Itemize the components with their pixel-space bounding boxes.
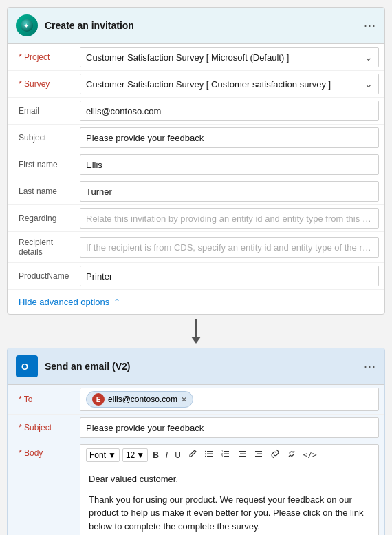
font-select-chevron-icon: ▼ [108, 450, 116, 460]
card1-title: Create an invitation [45, 20, 357, 31]
underline-button[interactable]: U [173, 449, 183, 461]
card1-body: * Project Customer Satisfaction Survey [… [8, 44, 384, 314]
subject-label: Subject [8, 127, 80, 148]
lastname-label: Last name [8, 181, 80, 202]
unlink-icon[interactable] [285, 448, 298, 462]
project-label: * Project [8, 47, 80, 67]
svg-rect-16 [239, 451, 246, 452]
regarding-label: Regarding [8, 208, 80, 229]
svg-text:✦: ✦ [23, 22, 29, 30]
card1-icon: ✦ [16, 14, 38, 36]
body-editor[interactable]: Font ▼ 12 ▼ B I U [80, 444, 379, 535]
project-dropdown[interactable]: Customer Satisfaction Survey [ Microsoft… [80, 47, 379, 67]
arrow-line [195, 319, 197, 337]
svg-rect-6 [207, 456, 213, 457]
subject-input[interactable]: Please provide your feedback [80, 127, 379, 148]
email-label: Email [8, 101, 80, 121]
down-arrow [191, 319, 201, 344]
chevron-up-icon: ⌃ [113, 297, 120, 307]
bold-button[interactable]: B [151, 449, 161, 461]
arrow-connector [7, 315, 385, 348]
link-icon[interactable] [268, 448, 282, 462]
font-size-value: 12 [126, 450, 135, 460]
italic-button[interactable]: I [164, 449, 170, 461]
recipient-label: Recipient details [8, 232, 80, 262]
pen-icon[interactable] [186, 448, 199, 462]
email-input[interactable]: ellis@contoso.com [80, 101, 379, 121]
survey-value: Customer Satisfaction Survey [ Customer … [86, 79, 331, 90]
regarding-value: Relate this invitation by providing an e… [86, 213, 373, 224]
email-subject-input[interactable]: Please provide your feedback [80, 417, 379, 438]
firstname-label: First name [8, 154, 80, 175]
project-value: Customer Satisfaction Survey [ Microsoft… [86, 52, 289, 63]
to-label: * To [8, 389, 80, 410]
to-tag: E ellis@contoso.com ✕ [86, 391, 193, 408]
svg-point-9 [205, 456, 206, 457]
survey-row: * Survey Customer Satisfaction Survey [ … [8, 71, 384, 98]
to-tag-email: ellis@contoso.com [108, 395, 177, 404]
productname-value: Printer [86, 271, 112, 282]
card1-header: ✦ Create an invitation ··· [8, 8, 384, 44]
lastname-row: Last name Turner [8, 178, 384, 205]
svg-rect-10 [224, 451, 229, 452]
to-field[interactable]: E ellis@contoso.com ✕ [80, 388, 379, 411]
code-icon[interactable]: </> [301, 449, 319, 461]
project-row: * Project Customer Satisfaction Survey [… [8, 44, 384, 71]
body-label: * Body [8, 441, 80, 463]
productname-label: ProductName [8, 266, 80, 286]
svg-rect-18 [239, 456, 246, 457]
productname-row: ProductName Printer [8, 263, 384, 290]
firstname-input[interactable]: Ellis [80, 154, 379, 175]
svg-rect-19 [255, 451, 262, 452]
send-email-card: O Send an email (V2) ··· * To E ellis@co… [7, 348, 385, 535]
svg-rect-17 [240, 454, 246, 455]
svg-rect-4 [207, 451, 213, 452]
lastname-input[interactable]: Turner [80, 181, 379, 202]
email-value: ellis@contoso.com [86, 106, 161, 116]
list-ol-icon[interactable]: 1 2 3 [219, 448, 232, 462]
hide-advanced-label: Hide advanced options [19, 297, 109, 307]
body-para2: Thank you for using our product. We requ… [89, 493, 370, 534]
project-chevron-icon: ⌄ [364, 52, 373, 63]
recipient-row: Recipient details If the recipient is fr… [8, 232, 384, 263]
body-toolbar: Font ▼ 12 ▼ B I U [80, 445, 378, 465]
indent-increase-icon[interactable] [252, 448, 265, 462]
recipient-input[interactable]: If the recipient is from CDS, specify an… [80, 237, 379, 258]
lastname-value: Turner [86, 187, 112, 197]
svg-rect-21 [255, 456, 262, 457]
card2-title: Send an email (V2) [45, 361, 357, 372]
card2-header: O Send an email (V2) ··· [8, 348, 384, 385]
card2-body: * To E ellis@contoso.com ✕ * Subject Ple… [8, 385, 384, 535]
font-label: Font [89, 450, 106, 460]
svg-text:3: 3 [221, 454, 224, 458]
email-subject-row: * Subject Please provide your feedback [8, 415, 384, 441]
svg-rect-11 [224, 454, 229, 455]
to-row: * To E ellis@contoso.com ✕ [8, 385, 384, 415]
create-invitation-card: ✦ Create an invitation ··· * Project Cus… [7, 7, 385, 315]
indent-decrease-icon[interactable] [235, 448, 249, 462]
survey-dropdown[interactable]: Customer Satisfaction Survey [ Customer … [80, 74, 379, 94]
svg-text:O: O [21, 361, 28, 372]
font-size-select[interactable]: 12 ▼ [122, 448, 148, 462]
svg-line-22 [289, 455, 290, 457]
svg-line-23 [293, 451, 294, 452]
svg-point-7 [205, 451, 206, 452]
subject-row: Subject Please provide your feedback [8, 125, 384, 151]
list-ul-icon[interactable] [202, 448, 216, 462]
regarding-input[interactable]: Relate this invitation by providing an e… [80, 208, 379, 229]
productname-input[interactable]: Printer [80, 266, 379, 286]
hide-advanced-button[interactable]: Hide advanced options ⌃ [8, 290, 384, 314]
font-select[interactable]: Font ▼ [86, 448, 120, 462]
email-subject-value: Please provide your feedback [86, 423, 204, 433]
card2-menu-button[interactable]: ··· [364, 359, 376, 374]
svg-rect-20 [257, 454, 262, 455]
card1-menu-button[interactable]: ··· [364, 19, 376, 33]
arrow-head [191, 337, 201, 344]
firstname-value: Ellis [86, 160, 102, 170]
email-row: Email ellis@contoso.com [8, 98, 384, 125]
survey-chevron-icon: ⌄ [364, 78, 373, 90]
to-tag-close-icon[interactable]: ✕ [181, 395, 187, 404]
svg-rect-12 [224, 456, 229, 457]
subject-value: Please provide your feedback [86, 133, 204, 143]
survey-label: * Survey [8, 74, 80, 94]
